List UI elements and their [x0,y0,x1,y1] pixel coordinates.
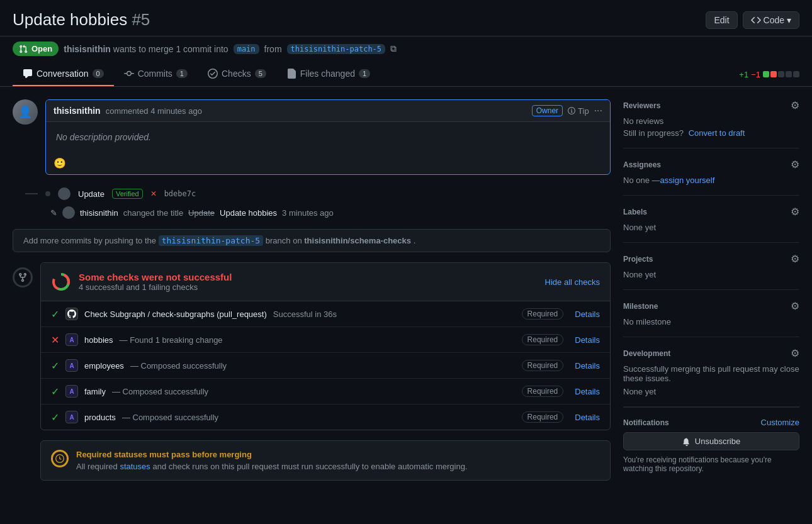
pr-meta: Open thisisnithin wants to merge 1 commi… [0,36,812,62]
conversation-icon [23,69,33,79]
timeline-connector [25,193,38,194]
base-branch[interactable]: main [234,44,259,54]
tip-badge: Tip [568,106,589,116]
check-required-family: Required [522,386,564,397]
reviewers-gear-icon[interactable]: ⚙ [791,99,799,111]
development-text: Successfully merging this pull request m… [623,364,799,383]
check-row-hobbies: ✕ A hobbies — Found 1 breaking change Re… [41,327,610,353]
tab-checks-label: Checks [222,69,251,79]
tab-files-changed[interactable]: Files changed 1 [276,62,380,86]
tip-label: Tip [578,106,589,116]
commit-hash[interactable]: bdebe7c [164,189,196,198]
edit-button[interactable]: Edit [706,11,737,29]
tab-commits-label: Commits [138,69,172,79]
header-actions: Edit Code ▾ [706,11,799,29]
check-fail-icon: ✕ [51,334,59,346]
check-details-link-family[interactable]: Details [575,387,600,396]
check-name-employees: employees [84,361,124,371]
checks-title: Some checks were not successful [79,272,232,282]
check-required-employees: Required [522,360,564,371]
check-name-products: products [84,413,116,422]
check-detail-employees: — Composed successfully [130,361,227,371]
comment-author: thisisnithin [54,106,101,116]
tab-checks[interactable]: Checks 5 [198,62,276,86]
check-details-link-hobbies[interactable]: Details [575,335,600,345]
avatar: 👤 [13,99,38,125]
emoji-button[interactable]: 🙂 [54,158,66,169]
pr-status-text: Open [31,44,52,53]
commit-dot [45,191,50,196]
pencil-icon: ✎ [50,208,57,218]
apollo-logo-family: A [65,385,78,398]
more-options-button[interactable]: ··· [594,105,602,116]
github-logo [65,308,78,320]
page-title: Update hobbies #5 [13,10,150,30]
pr-checks-icon [13,267,33,287]
check-details-link-subgraphs[interactable]: Details [575,309,600,319]
development-gear-icon[interactable]: ⚙ [791,347,799,359]
copy-branch-icon[interactable]: ⧉ [390,43,397,54]
merge-icon [18,272,28,282]
check-name-subgraphs: Check Subgraph / check-subgraphs (pull_r… [84,309,267,319]
projects-gear-icon[interactable]: ⚙ [791,253,799,265]
assign-yourself-link[interactable]: —assign yourself [652,176,715,185]
clock-icon [55,454,64,463]
assignees-header: Assignees ⚙ [623,159,799,170]
checks-status-icon [51,272,71,292]
check-detail-products: — Composed successfully [122,413,218,422]
tab-conversation[interactable]: Conversation 0 [13,62,114,86]
diff-bar-3 [778,71,784,77]
comment-time: commented 4 minutes ago [106,106,202,116]
pr-open-icon [19,45,28,53]
main-content: 👤 thisisnithin commented 4 minutes ago O… [13,99,611,483]
code-label: Code [764,15,784,25]
hide-checks-button[interactable]: Hide all checks [545,277,600,287]
checks-subtitle: 4 successful and 1 failing checks [79,282,232,292]
apollo-logo-products: A [65,411,78,423]
diff-summary: +1 −1 [739,62,799,86]
commit-timeline-item: Update Verified ✕ bdebe7c [25,185,611,203]
bell-icon [682,437,691,446]
notifications-header: Notifications Customize [623,418,799,427]
check-success-icon-family: ✓ [51,386,59,398]
comment-header-right: Owner Tip ··· [532,105,602,116]
check-success-icon-employees: ✓ [51,360,59,372]
branch-info-branch[interactable]: thisisnithin-patch-5 [159,235,264,246]
tab-commits[interactable]: Commits 1 [114,62,198,86]
diff-bars [763,71,799,77]
pr-status-badge: Open [13,42,59,56]
unsubscribe-button[interactable]: Unsubscribe [623,432,799,450]
check-success-icon-products: ✓ [51,411,59,423]
checks-main-area: Some checks were not successful 4 succes… [40,262,611,481]
svg-point-2 [57,277,65,286]
branch-info-repo[interactable]: thisisnithin/schema-checks [304,236,411,245]
sidebar-section-reviewers: Reviewers ⚙ No reviews Still in progress… [623,99,799,148]
milestone-gear-icon[interactable]: ⚙ [791,300,799,312]
verified-badge: Verified [112,189,143,199]
title-old: Update [188,208,215,218]
title-change-author: thisisnithin [80,208,118,218]
checks-icon [208,69,218,79]
assignees-gear-icon[interactable]: ⚙ [791,159,799,170]
convert-to-draft-link[interactable]: Convert to draft [689,128,745,138]
tab-conversation-count: 0 [93,69,104,78]
diff-bar-5 [793,71,799,77]
comment-header: thisisnithin commented 4 minutes ago Own… [46,100,610,122]
branch-info-text-middle: branch on [266,236,302,245]
customize-link[interactable]: Customize [761,418,799,427]
reviewers-draft-label: Still in progress? [623,128,684,138]
required-text-after: and check runs on this pull request must… [152,462,467,471]
head-branch[interactable]: thisisnithin-patch-5 [287,44,386,54]
checks-summary-text: Some checks were not successful 4 succes… [79,272,232,292]
code-button[interactable]: Code ▾ [743,11,799,29]
development-title: Development [623,349,670,358]
labels-gear-icon[interactable]: ⚙ [791,206,799,218]
check-details-link-employees[interactable]: Details [575,361,600,371]
required-statuses-link[interactable]: statuses [120,462,150,471]
check-details-link-products[interactable]: Details [575,413,600,422]
code-icon [751,15,761,25]
commit-message[interactable]: Update [78,189,104,199]
comment-footer: 🙂 [46,152,610,174]
comment-body-text: No description provided. [56,132,151,142]
page-header: Update hobbies #5 Edit Code ▾ [0,0,812,36]
